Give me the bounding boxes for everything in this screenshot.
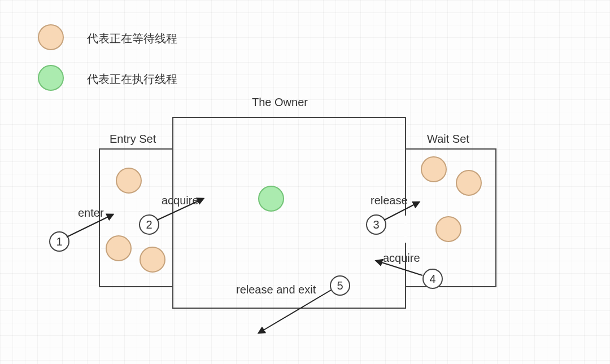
enter-label: enter xyxy=(78,207,104,220)
legend-waiting-circle xyxy=(38,25,63,50)
legend-running-circle xyxy=(38,65,63,90)
acquire-wait-label: acquire xyxy=(383,252,420,265)
entry-title: Entry Set xyxy=(110,133,156,146)
owner-thread-circle xyxy=(259,186,284,211)
wait-thread-b xyxy=(456,170,481,195)
entry-thread-b xyxy=(106,236,131,261)
wait-thread-c xyxy=(436,217,461,242)
release-exit-label: release and exit xyxy=(236,283,316,296)
acquire-entry-label: acquire xyxy=(162,194,199,207)
wait-thread-a xyxy=(421,157,446,182)
owner-title: The Owner xyxy=(252,96,308,109)
marker-1-text: 1 xyxy=(56,235,62,248)
legend-running-label: 代表正在执行线程 xyxy=(87,72,177,87)
arrow-release-exit xyxy=(259,290,331,333)
wait-title: Wait Set xyxy=(427,133,469,146)
marker-2-text: 2 xyxy=(146,218,152,231)
marker-3-text: 3 xyxy=(373,218,379,231)
owner-box xyxy=(173,117,406,308)
marker-4-text: 4 xyxy=(429,273,435,285)
release-wait-label: release xyxy=(371,194,408,207)
legend-waiting-label: 代表正在等待线程 xyxy=(87,31,177,46)
marker-5-text: 5 xyxy=(337,279,343,292)
entry-thread-a xyxy=(116,168,141,193)
entry-thread-c xyxy=(140,247,165,272)
